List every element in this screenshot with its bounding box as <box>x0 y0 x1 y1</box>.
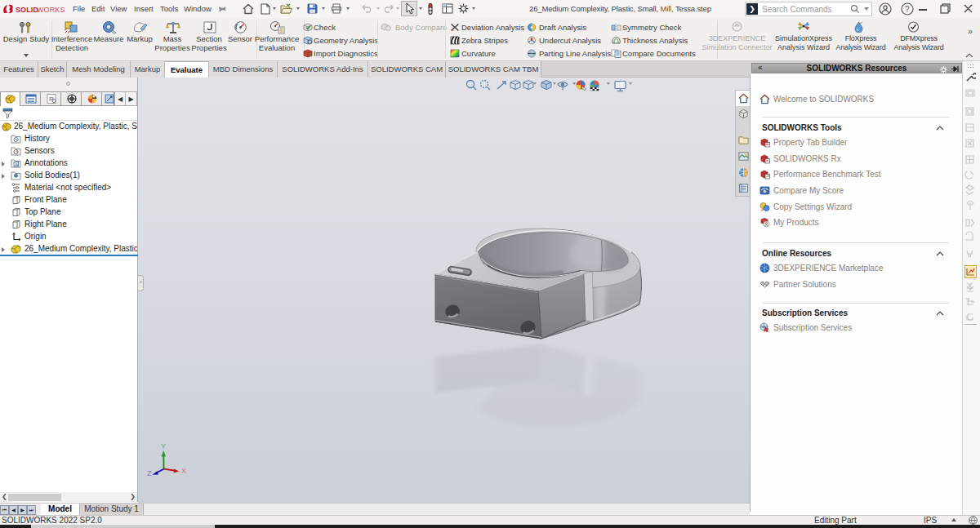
svg-text:A: A <box>15 162 19 167</box>
svg-text:?: ? <box>905 5 910 14</box>
svg-text:SOLID: SOLID <box>16 6 38 14</box>
svg-text:Z: Z <box>147 469 152 477</box>
svg-text:Y: Y <box>161 442 166 450</box>
svg-text:X: X <box>181 467 186 475</box>
svg-text:WORKS: WORKS <box>37 6 65 14</box>
